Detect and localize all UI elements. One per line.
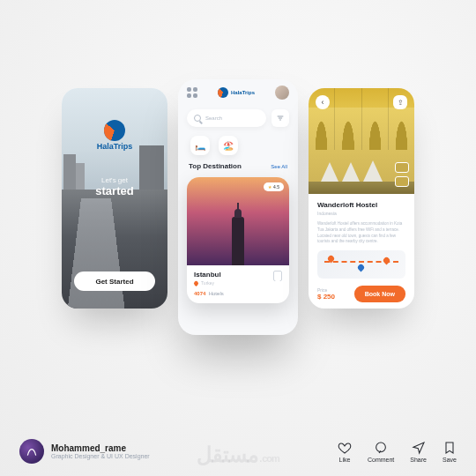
author-role: Graphic Designer & UI UX Designer	[51, 453, 150, 459]
search-row: Search	[178, 109, 298, 127]
send-icon	[412, 441, 426, 455]
category-item[interactable]: 🏖️	[219, 136, 238, 155]
category-row: 🛏️ 🏖️	[178, 127, 298, 159]
screen-home: HalaTrips Search 🛏️ 🏖️ Top Destination	[178, 79, 298, 335]
destination-country: Turkey	[194, 280, 282, 286]
destination-name: Istanbul	[194, 271, 282, 279]
hotel-description: Wanderloft Hostel offers accommodation i…	[317, 221, 405, 245]
author-name: Mohammed_rame	[51, 443, 150, 453]
author-avatar	[19, 439, 44, 464]
like-button[interactable]: Like	[338, 441, 352, 463]
svg-point-3	[376, 443, 386, 452]
section-title: Top Destination	[189, 162, 242, 170]
back-button[interactable]: ‹	[316, 95, 330, 109]
filter-button[interactable]	[271, 109, 289, 127]
pin-icon	[383, 257, 391, 265]
price-value: $ 250	[317, 293, 335, 301]
comment-icon	[374, 441, 388, 455]
destination-image: 4.5	[187, 177, 289, 265]
comment-button[interactable]: Comment	[368, 441, 394, 463]
share-button[interactable]: Share	[410, 441, 427, 463]
home-appbar: HalaTrips	[178, 79, 298, 106]
map-preview[interactable]	[317, 250, 405, 279]
screen-detail: ‹ ⇪ Wanderloft Hostel Indonesia Wanderlo…	[309, 88, 414, 309]
search-input[interactable]: Search	[187, 109, 266, 127]
search-placeholder: Search	[205, 115, 222, 121]
save-button[interactable]: Save	[443, 441, 457, 463]
pin-icon	[193, 279, 199, 286]
destination-body: Istanbul Turkey 4074 Hotels	[187, 265, 289, 303]
avatar[interactable]	[275, 86, 289, 100]
get-started-button[interactable]: Get Started	[74, 271, 155, 291]
pin-icon	[357, 264, 366, 272]
see-all-link[interactable]: See All	[271, 164, 287, 169]
phones-row: HalaTrips Let's get started Get Started …	[0, 88, 476, 335]
menu-grid-icon[interactable]	[187, 87, 197, 98]
showcase-canvas: HalaTrips Let's get started Get Started …	[0, 0, 476, 476]
detail-footer-row: Price $ 250 Book Now	[317, 286, 405, 302]
hotel-name: Wanderloft Hostel	[317, 201, 405, 209]
category-item[interactable]: 🛏️	[190, 136, 210, 155]
logo-text: HalaTrips	[97, 142, 133, 151]
logo-mark-small	[218, 87, 228, 98]
bookmark-icon	[443, 441, 457, 455]
author-profile[interactable]: Mohammed_rame Graphic Designer & UI UX D…	[19, 439, 150, 464]
screen-splash: HalaTrips Let's get started Get Started	[62, 88, 167, 309]
book-now-button[interactable]: Book Now	[354, 286, 405, 302]
destination-card[interactable]: 4.5 Istanbul Turkey 4074 Hotels	[187, 177, 289, 303]
destination-meta: 4074 Hotels	[194, 291, 282, 296]
logo-text-small: HalaTrips	[231, 90, 255, 95]
splash-headline: Let's get started	[62, 176, 167, 197]
hotel-location: Indonesia	[317, 211, 405, 216]
gallery-thumbs[interactable]	[395, 162, 409, 187]
share-icon[interactable]: ⇪	[393, 95, 407, 109]
detail-body: Wanderloft Hostel Indonesia Wanderloft H…	[309, 194, 414, 309]
bookmark-icon[interactable]	[273, 271, 282, 281]
brand-logo: HalaTrips	[62, 120, 167, 151]
action-bar: Like Comment Share Save	[338, 441, 457, 463]
search-icon	[194, 115, 201, 122]
logo-mark	[104, 120, 125, 141]
detail-hero-image: ‹ ⇪	[309, 88, 414, 194]
brand-logo-small: HalaTrips	[218, 87, 255, 98]
heart-icon	[338, 441, 352, 455]
section-header: Top Destination See All	[178, 159, 298, 174]
page-footer: Mohammed_rame Graphic Designer & UI UX D…	[0, 439, 476, 464]
rating-chip: 4.5	[264, 182, 284, 191]
